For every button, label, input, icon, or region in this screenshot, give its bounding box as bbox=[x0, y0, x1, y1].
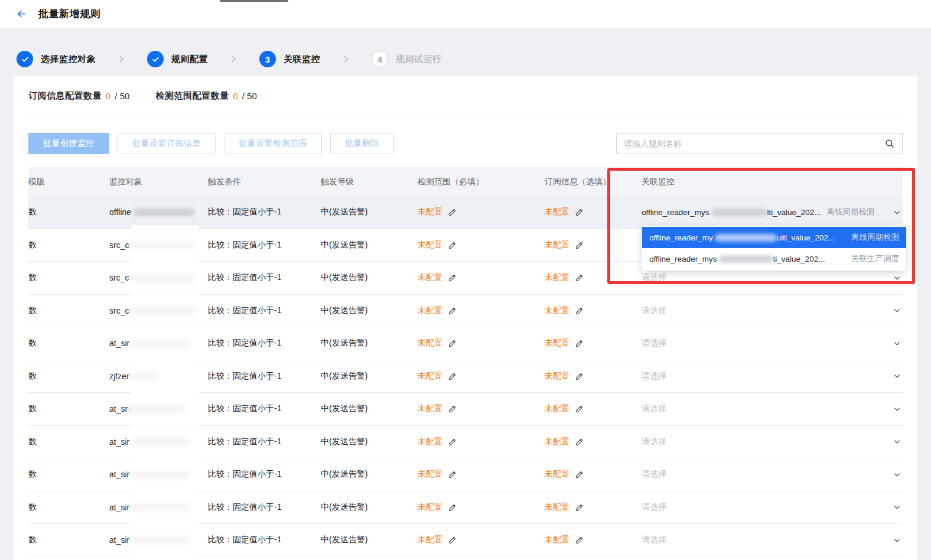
edit-pencil-icon[interactable] bbox=[575, 240, 584, 250]
not-configured-label: 未配置 bbox=[418, 437, 442, 447]
not-configured-label: 未配置 bbox=[418, 403, 442, 414]
cell-monitor-object: at_sir bbox=[109, 437, 208, 447]
redacted-object bbox=[131, 241, 196, 249]
cell-trigger-condition: 比较：固定值小于-1 bbox=[208, 207, 321, 217]
select-placeholder: 请选择 bbox=[642, 371, 666, 382]
select-value: offline_reader_mys lti_value_202... 离线周期… bbox=[642, 207, 874, 217]
cell-trigger-condition: 比较：固定值小于-1 bbox=[208, 403, 321, 414]
select-placeholder: 请选择 bbox=[642, 502, 666, 513]
step-rule-trial-run[interactable]: 4 规则试运行 bbox=[372, 51, 442, 67]
step-associate-monitor[interactable]: 3 关联监控 bbox=[259, 51, 320, 67]
page-title: 批量新增规则 bbox=[38, 7, 100, 21]
edit-pencil-icon[interactable] bbox=[575, 338, 584, 348]
cell-template: 数 bbox=[28, 272, 109, 283]
edit-pencil-icon[interactable] bbox=[575, 535, 584, 545]
page: 批量新增规则 选择监控对象 规则配置 3 关联监控 bbox=[0, 0, 931, 560]
chevron-down-icon bbox=[893, 339, 901, 348]
option-type-tag: 关联生产调度 bbox=[851, 253, 899, 264]
monitor-select[interactable]: 请选择 bbox=[642, 371, 903, 382]
cell-associated-monitor: 请选择 bbox=[642, 371, 903, 382]
not-configured-label: 未配置 bbox=[545, 240, 569, 250]
edit-pencil-icon[interactable] bbox=[448, 240, 457, 250]
cell-associated-monitor: 请选择 bbox=[642, 535, 903, 545]
edit-pencil-icon[interactable] bbox=[448, 535, 457, 545]
cell-trigger-condition: 比较：固定值小于-1 bbox=[208, 240, 321, 250]
edit-pencil-icon[interactable] bbox=[448, 273, 457, 282]
cell-associated-monitor: 请选择 bbox=[642, 272, 903, 283]
edit-pencil-icon[interactable] bbox=[448, 437, 457, 447]
step-number-badge: 4 bbox=[372, 51, 388, 67]
edit-pencil-icon[interactable] bbox=[448, 503, 457, 512]
step-label: 规则试运行 bbox=[396, 54, 442, 65]
redacted-text bbox=[715, 234, 777, 242]
table-row: 数 at_sir 比较：固定值小于-1 中(发送告警) 未配置 未配置 请选择 bbox=[28, 458, 903, 491]
edit-pencil-icon[interactable] bbox=[575, 306, 584, 315]
monitor-select[interactable]: 请选择 bbox=[642, 535, 903, 545]
monitor-select[interactable]: 请选择 bbox=[642, 338, 903, 349]
select-placeholder: 请选择 bbox=[642, 469, 666, 480]
edit-pencil-icon[interactable] bbox=[575, 437, 584, 447]
step-select-objects[interactable]: 选择监控对象 bbox=[17, 51, 96, 67]
monitor-select[interactable]: 请选择 bbox=[642, 469, 903, 480]
step-rule-config[interactable]: 规则配置 bbox=[147, 51, 208, 67]
cell-trigger-level: 中(发送告警) bbox=[321, 240, 418, 250]
dropdown-option-selected[interactable]: offline_reader_my ulti_value_202... 离线周期… bbox=[642, 227, 906, 248]
edit-pencil-icon[interactable] bbox=[575, 404, 584, 414]
not-configured-label: 未配置 bbox=[545, 403, 569, 414]
table-row: 数 at_sir 比较：固定值小于-1 中(发送告警) 未配置 未配置 请选择 bbox=[28, 524, 903, 557]
select-placeholder: 请选择 bbox=[642, 272, 666, 283]
monitor-select[interactable]: 请选择 offline_reader_mys lti_value_202... … bbox=[642, 207, 903, 217]
cell-template: 数 bbox=[28, 437, 109, 447]
cell-detection-scope: 未配置 bbox=[418, 469, 545, 480]
monitor-select[interactable]: 请选择 bbox=[642, 403, 903, 414]
monitor-select[interactable]: 请选择 bbox=[642, 305, 903, 316]
chevron-down-icon bbox=[893, 208, 901, 217]
detection-scope-count: 检测范围配置数量 0 / 50 bbox=[155, 90, 256, 102]
cell-trigger-level: 中(发送告警) bbox=[321, 469, 418, 480]
cell-template: 数 bbox=[28, 338, 109, 349]
edit-pencil-icon[interactable] bbox=[575, 372, 584, 381]
cell-subscription-info: 未配置 bbox=[545, 502, 642, 513]
search-input[interactable] bbox=[624, 139, 884, 148]
col-associated-monitor: 关联监控 bbox=[642, 177, 903, 187]
cell-subscription-info: 未配置 bbox=[545, 207, 642, 217]
cell-trigger-condition: 比较：固定值小于-1 bbox=[208, 338, 321, 349]
edit-pencil-icon[interactable] bbox=[448, 470, 457, 479]
config-count-summary: 订阅信息配置数量 0 / 50 检测范围配置数量 0 / 50 bbox=[28, 90, 257, 102]
edit-pencil-icon[interactable] bbox=[575, 207, 584, 217]
edit-pencil-icon[interactable] bbox=[575, 470, 584, 479]
back-button[interactable] bbox=[16, 8, 27, 19]
dropdown-option[interactable]: offline_reader_mys ti_value_202... 关联生产调… bbox=[642, 248, 906, 269]
edit-pencil-icon[interactable] bbox=[448, 306, 457, 315]
monitor-select[interactable]: 请选择 bbox=[642, 437, 903, 447]
divider bbox=[28, 119, 903, 119]
monitor-select[interactable]: 请选择 bbox=[642, 272, 903, 283]
table-row: 数 offline 比较：固定值小于-1 中(发送告警) 未配置 未配置 请选择… bbox=[28, 196, 903, 229]
edit-pencil-icon[interactable] bbox=[448, 207, 457, 217]
cell-template: 数 bbox=[28, 502, 109, 513]
cell-trigger-level: 中(发送告警) bbox=[321, 272, 418, 283]
step-done-check-icon bbox=[147, 51, 164, 67]
count-total: / 50 bbox=[242, 91, 257, 101]
cell-monitor-object: at_sir bbox=[109, 338, 208, 348]
edit-pencil-icon[interactable] bbox=[448, 404, 457, 414]
edit-pencil-icon[interactable] bbox=[575, 503, 584, 512]
not-configured-label: 未配置 bbox=[418, 272, 442, 283]
edit-pencil-icon[interactable] bbox=[575, 273, 584, 282]
col-monitor-object: 监控对象 bbox=[109, 177, 208, 187]
not-configured-label: 未配置 bbox=[418, 371, 442, 382]
cell-associated-monitor: 请选择 bbox=[642, 437, 903, 447]
content-card: 订阅信息配置数量 0 / 50 检测范围配置数量 0 / 50 批量创建监控 批… bbox=[14, 76, 917, 560]
batch-delete-button[interactable]: 批量删除 bbox=[330, 133, 394, 154]
monitor-select[interactable]: 请选择 bbox=[642, 502, 903, 513]
batch-set-subscription-button[interactable]: 批量设置订阅信息 bbox=[118, 133, 216, 154]
edit-pencil-icon[interactable] bbox=[448, 372, 457, 381]
search-icon[interactable] bbox=[884, 138, 895, 149]
cell-trigger-level: 中(发送告警) bbox=[321, 437, 418, 447]
edit-pencil-icon[interactable] bbox=[448, 338, 457, 348]
batch-set-detection-scope-button[interactable]: 批量设置检测范围 bbox=[224, 133, 322, 154]
table-row: 数 at_sr 比较：固定值小于-1 中(发送告警) 未配置 未配置 请选择 bbox=[28, 393, 903, 426]
batch-create-monitor-button[interactable]: 批量创建监控 bbox=[28, 133, 109, 154]
table-row: 数 at_sir 比较：固定值小于-1 中(发送告警) 未配置 未配置 请选择 bbox=[28, 491, 903, 525]
chevron-down-icon bbox=[893, 437, 901, 446]
